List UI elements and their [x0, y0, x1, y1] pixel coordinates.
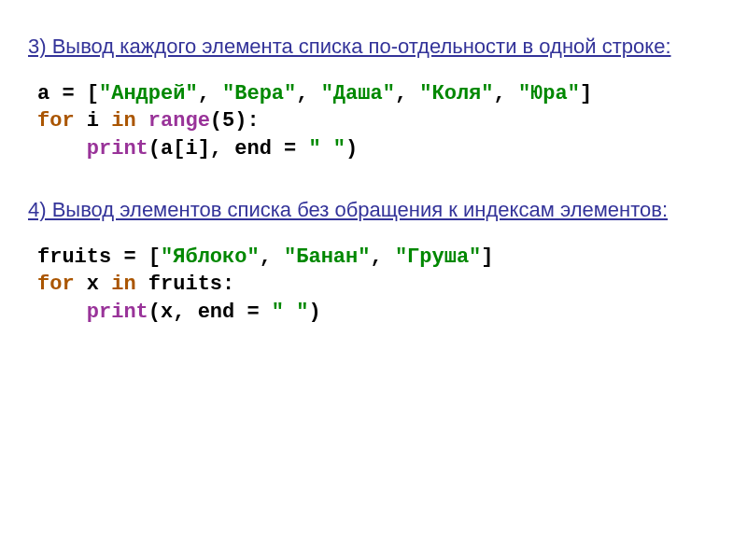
- code3-l3-indent: [37, 137, 87, 161]
- code4-l1-c2: ,: [370, 245, 394, 269]
- code3-l3-str: " ": [308, 137, 345, 161]
- code3-str5: "Юра": [518, 82, 580, 105]
- code4-str2: "Банан": [284, 245, 370, 269]
- code-block-4: fruits = ["Яблоко", "Банан", "Груша"] fo…: [37, 244, 719, 327]
- code3-l1-end: ]: [580, 82, 592, 105]
- code3-l2-p1: i: [75, 109, 112, 133]
- code3-in: in: [111, 109, 135, 133]
- code4-for: for: [37, 273, 75, 296]
- code3-l2-p3: (: [210, 109, 222, 133]
- code3-l1-c2: ,: [296, 82, 320, 105]
- code-block-3: a = ["Андрей", "Вера", "Даша", "Коля", "…: [37, 80, 719, 163]
- code4-in: in: [111, 273, 135, 296]
- code3-for: for: [37, 109, 75, 133]
- heading-4: 4) Вывод элементов списка без обращения …: [28, 196, 719, 225]
- code4-l1-end: ]: [481, 245, 493, 269]
- code3-num5: 5: [222, 109, 234, 133]
- code3-print: print: [87, 137, 148, 161]
- code3-l2-p4: ):: [234, 109, 259, 133]
- code3-l2-p2: [136, 109, 148, 133]
- code3-l3-p1: (a[i], end =: [148, 137, 309, 161]
- code3-l1-a: a = [: [37, 82, 99, 105]
- code3-range: range: [148, 109, 210, 133]
- code3-str2: "Вера": [222, 82, 296, 105]
- code3-l1-c1: ,: [198, 82, 222, 105]
- code4-print: print: [87, 301, 148, 324]
- code4-l3-p1: (x, end =: [148, 301, 272, 324]
- code4-l1-a: fruits = [: [37, 245, 161, 269]
- heading-3: 3) Вывод каждого элемента списка по-отде…: [28, 33, 719, 62]
- code4-str3: "Груша": [395, 245, 481, 269]
- code4-l3-str: " ": [272, 301, 309, 324]
- code3-str3: "Даша": [321, 82, 395, 105]
- code4-l1-c1: ,: [260, 245, 284, 269]
- code3-l1-c3: ,: [395, 82, 419, 105]
- code4-l2-p1: x: [75, 273, 112, 296]
- code3-l3-p2: ): [345, 137, 358, 161]
- code3-str4: "Коля": [419, 82, 493, 105]
- code4-l2-p2: fruits:: [136, 273, 235, 296]
- code3-l1-c4: ,: [494, 82, 518, 105]
- code4-l3-indent: [37, 301, 87, 324]
- code3-str1: "Андрей": [99, 82, 198, 105]
- code4-str1: "Яблоко": [161, 245, 260, 269]
- code4-l3-p2: ): [308, 301, 320, 324]
